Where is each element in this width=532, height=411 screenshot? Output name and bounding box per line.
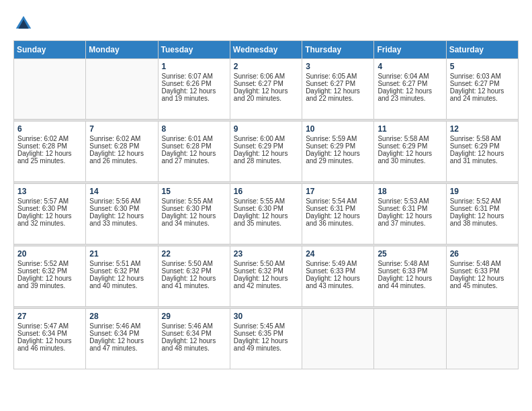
day-number: 13 bbox=[17, 187, 82, 196]
daylight-text: Daylight: 12 hours and 34 minutes. bbox=[162, 212, 226, 227]
day-number: 9 bbox=[234, 124, 298, 134]
daylight-text: Daylight: 12 hours and 44 minutes. bbox=[378, 275, 442, 289]
day-number: 18 bbox=[378, 187, 442, 196]
daylight-text: Daylight: 12 hours and 19 minutes. bbox=[162, 87, 226, 102]
day-number: 12 bbox=[450, 124, 515, 134]
logo bbox=[13, 13, 35, 34]
calendar-cell: 10Sunrise: 5:59 AMSunset: 6:29 PMDayligh… bbox=[302, 122, 374, 182]
calendar-cell: 20Sunrise: 5:52 AMSunset: 6:32 PMDayligh… bbox=[14, 246, 86, 307]
sunrise-text: Sunrise: 5:52 AM bbox=[450, 197, 515, 205]
day-number: 25 bbox=[378, 249, 442, 259]
day-number: 1 bbox=[162, 62, 226, 71]
sunset-text: Sunset: 6:32 PM bbox=[162, 267, 226, 275]
daylight-text: Daylight: 12 hours and 37 minutes. bbox=[378, 212, 442, 227]
daylight-text: Daylight: 12 hours and 24 minutes. bbox=[450, 87, 515, 102]
sunrise-text: Sunrise: 5:51 AM bbox=[89, 260, 154, 267]
calendar-cell: 23Sunrise: 5:50 AMSunset: 6:32 PMDayligh… bbox=[230, 246, 302, 307]
day-number: 23 bbox=[234, 249, 298, 259]
sunset-text: Sunset: 6:34 PM bbox=[89, 330, 154, 337]
sunset-text: Sunset: 6:28 PM bbox=[162, 142, 226, 150]
calendar-cell: 4Sunrise: 6:04 AMSunset: 6:27 PMDaylight… bbox=[374, 59, 446, 120]
day-number: 26 bbox=[450, 249, 515, 259]
calendar-cell: 30Sunrise: 5:45 AMSunset: 6:35 PMDayligh… bbox=[230, 309, 302, 369]
sunrise-text: Sunrise: 5:59 AM bbox=[306, 135, 370, 142]
calendar-cell: 21Sunrise: 5:51 AMSunset: 6:32 PMDayligh… bbox=[86, 246, 158, 307]
daylight-text: Daylight: 12 hours and 20 minutes. bbox=[234, 87, 298, 102]
sunset-text: Sunset: 6:29 PM bbox=[378, 142, 442, 150]
daylight-text: Daylight: 12 hours and 46 minutes. bbox=[17, 337, 82, 352]
calendar-cell: 16Sunrise: 5:55 AMSunset: 6:30 PMDayligh… bbox=[230, 184, 302, 244]
sunset-text: Sunset: 6:30 PM bbox=[162, 205, 226, 212]
day-number: 17 bbox=[306, 187, 370, 196]
calendar-cell: 13Sunrise: 5:57 AMSunset: 6:30 PMDayligh… bbox=[14, 184, 86, 244]
daylight-text: Daylight: 12 hours and 28 minutes. bbox=[234, 150, 298, 165]
sunset-text: Sunset: 6:33 PM bbox=[378, 267, 442, 275]
calendar-cell: 27Sunrise: 5:47 AMSunset: 6:34 PMDayligh… bbox=[14, 309, 86, 369]
day-number: 24 bbox=[306, 249, 370, 259]
daylight-text: Daylight: 12 hours and 22 minutes. bbox=[306, 87, 370, 102]
calendar-cell: 28Sunrise: 5:46 AMSunset: 6:34 PMDayligh… bbox=[86, 309, 158, 369]
sunset-text: Sunset: 6:31 PM bbox=[378, 205, 442, 212]
daylight-text: Daylight: 12 hours and 49 minutes. bbox=[234, 337, 298, 352]
sunset-text: Sunset: 6:28 PM bbox=[17, 142, 82, 150]
header-monday: Monday bbox=[86, 41, 158, 59]
calendar-week-4: 27Sunrise: 5:47 AMSunset: 6:34 PMDayligh… bbox=[14, 309, 519, 369]
calendar-cell: 22Sunrise: 5:50 AMSunset: 6:32 PMDayligh… bbox=[158, 246, 230, 307]
day-number: 3 bbox=[306, 62, 370, 71]
calendar-cell: 3Sunrise: 6:05 AMSunset: 6:27 PMDaylight… bbox=[302, 59, 374, 120]
page-header bbox=[13, 13, 519, 34]
day-number: 15 bbox=[162, 187, 226, 196]
sunrise-text: Sunrise: 6:03 AM bbox=[450, 73, 515, 80]
calendar-cell: 6Sunrise: 6:02 AMSunset: 6:28 PMDaylight… bbox=[14, 122, 86, 182]
calendar-cell: 18Sunrise: 5:53 AMSunset: 6:31 PMDayligh… bbox=[374, 184, 446, 244]
sunset-text: Sunset: 6:26 PM bbox=[162, 80, 226, 87]
calendar-cell bbox=[374, 309, 446, 369]
day-number: 27 bbox=[17, 312, 82, 321]
calendar-cell: 12Sunrise: 5:58 AMSunset: 6:29 PMDayligh… bbox=[446, 122, 518, 182]
sunrise-text: Sunrise: 5:55 AM bbox=[162, 197, 226, 205]
sunrise-text: Sunrise: 5:50 AM bbox=[162, 260, 226, 267]
sunrise-text: Sunrise: 5:56 AM bbox=[89, 197, 154, 205]
sunset-text: Sunset: 6:31 PM bbox=[450, 205, 515, 212]
sunset-text: Sunset: 6:33 PM bbox=[306, 267, 370, 275]
sunset-text: Sunset: 6:32 PM bbox=[17, 267, 82, 275]
calendar-cell: 11Sunrise: 5:58 AMSunset: 6:29 PMDayligh… bbox=[374, 122, 446, 182]
calendar-week-2: 13Sunrise: 5:57 AMSunset: 6:30 PMDayligh… bbox=[14, 184, 519, 244]
day-number: 14 bbox=[89, 187, 154, 196]
daylight-text: Daylight: 12 hours and 31 minutes. bbox=[450, 150, 515, 165]
sunrise-text: Sunrise: 5:48 AM bbox=[378, 260, 442, 267]
daylight-text: Daylight: 12 hours and 48 minutes. bbox=[162, 337, 226, 352]
day-number: 22 bbox=[162, 249, 226, 259]
day-number: 2 bbox=[234, 62, 298, 71]
sunset-text: Sunset: 6:27 PM bbox=[306, 80, 370, 87]
header-sunday: Sunday bbox=[14, 41, 86, 59]
sunrise-text: Sunrise: 5:46 AM bbox=[89, 322, 154, 330]
daylight-text: Daylight: 12 hours and 40 minutes. bbox=[89, 275, 154, 289]
day-number: 6 bbox=[17, 124, 82, 134]
calendar-cell: 26Sunrise: 5:48 AMSunset: 6:33 PMDayligh… bbox=[446, 246, 518, 307]
sunset-text: Sunset: 6:29 PM bbox=[306, 142, 370, 150]
header-tuesday: Tuesday bbox=[158, 41, 230, 59]
sunset-text: Sunset: 6:33 PM bbox=[450, 267, 515, 275]
calendar-cell: 8Sunrise: 6:01 AMSunset: 6:28 PMDaylight… bbox=[158, 122, 230, 182]
daylight-text: Daylight: 12 hours and 38 minutes. bbox=[450, 212, 515, 227]
day-number: 28 bbox=[89, 312, 154, 321]
header-friday: Friday bbox=[374, 41, 446, 59]
sunset-text: Sunset: 6:28 PM bbox=[89, 142, 154, 150]
sunset-text: Sunset: 6:35 PM bbox=[234, 330, 298, 337]
sunrise-text: Sunrise: 5:55 AM bbox=[234, 197, 298, 205]
sunrise-text: Sunrise: 5:54 AM bbox=[306, 197, 370, 205]
sunrise-text: Sunrise: 6:06 AM bbox=[234, 73, 298, 80]
day-number: 11 bbox=[378, 124, 442, 134]
day-number: 21 bbox=[89, 249, 154, 259]
calendar-cell: 19Sunrise: 5:52 AMSunset: 6:31 PMDayligh… bbox=[446, 184, 518, 244]
header-thursday: Thursday bbox=[302, 41, 374, 59]
sunrise-text: Sunrise: 5:48 AM bbox=[450, 260, 515, 267]
daylight-text: Daylight: 12 hours and 32 minutes. bbox=[17, 212, 82, 227]
sunrise-text: Sunrise: 5:57 AM bbox=[17, 197, 82, 205]
calendar-cell: 14Sunrise: 5:56 AMSunset: 6:30 PMDayligh… bbox=[86, 184, 158, 244]
calendar-cell: 29Sunrise: 5:46 AMSunset: 6:34 PMDayligh… bbox=[158, 309, 230, 369]
daylight-text: Daylight: 12 hours and 39 minutes. bbox=[17, 275, 82, 289]
daylight-text: Daylight: 12 hours and 47 minutes. bbox=[89, 337, 154, 352]
sunrise-text: Sunrise: 6:00 AM bbox=[234, 135, 298, 142]
